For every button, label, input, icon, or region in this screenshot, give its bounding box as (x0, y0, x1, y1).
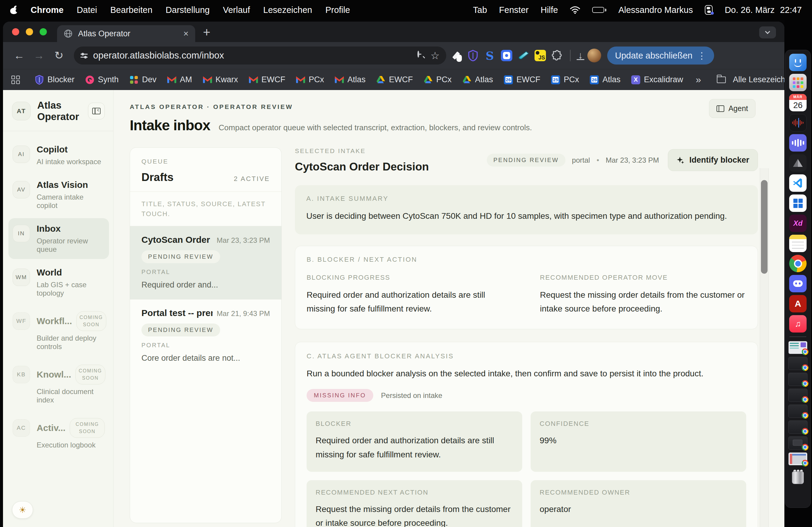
menu-darstellung[interactable]: Darstellung (166, 5, 210, 15)
close-window-button[interactable] (12, 28, 19, 35)
sidebar-item-activity[interactable]: AC Activ... COMING SOON Execution logboo… (9, 413, 109, 455)
scrollbar-thumb[interactable] (761, 180, 768, 274)
audio-waveform-app-icon[interactable] (789, 114, 807, 132)
chrome-app-icon[interactable] (789, 255, 807, 272)
bookmark-excalidraw[interactable]: X Excalidraw (631, 75, 683, 84)
address-bar[interactable]: operator.atlasbiolabs.com/inbox ☆ (74, 46, 446, 64)
bookmark-atlas-calendar[interactable]: 26 Atlas (590, 75, 620, 84)
bookmark-ewcf-drive[interactable]: EWCF (376, 75, 412, 84)
update-chrome-button[interactable]: Update abschließen⋮ (607, 46, 714, 64)
extension-pen-icon[interactable] (449, 49, 463, 62)
bookmark-star-icon[interactable]: ☆ (431, 49, 440, 61)
extension-s-icon[interactable]: S (483, 49, 497, 62)
adobe-xd-icon[interactable]: Xd (789, 214, 807, 232)
menu-profile[interactable]: Profile (325, 5, 350, 15)
launchpad-icon[interactable] (789, 74, 807, 91)
tab-close-icon[interactable]: × (183, 29, 189, 39)
menu-datei[interactable]: Datei (77, 5, 97, 15)
url-text[interactable]: operator.atlasbiolabs.com/inbox (93, 50, 412, 61)
bookmarks-overflow-chevrons[interactable]: » (696, 74, 701, 85)
equalizer-app-icon[interactable] (789, 134, 807, 152)
bookmark-am[interactable]: AM (167, 75, 192, 84)
minimized-window-code[interactable] (788, 420, 808, 434)
sidebar-collapse-button[interactable] (88, 103, 105, 119)
extension-box-icon[interactable] (500, 49, 513, 62)
tab-search-button[interactable] (759, 26, 776, 39)
menu-fenster[interactable]: Fenster (499, 5, 528, 15)
sidebar-item-knowledge[interactable]: KB Knowl... COMING SOON Clinical documen… (9, 359, 109, 410)
menubar-username[interactable]: Alessandro Markus (618, 5, 693, 15)
back-button[interactable]: ← (11, 49, 28, 62)
bookmark-dev[interactable]: Dev (129, 75, 157, 84)
minimized-window-code[interactable] (788, 389, 808, 402)
sidebar-item-atlas-vision[interactable]: AV Atlas Vision Camera intake copilot (9, 175, 109, 215)
apple-music-icon[interactable]: ♫ (789, 315, 807, 332)
sidebar-item-workflows[interactable]: WF Workfl... COMING SOON Builder and dep… (9, 306, 109, 356)
minimized-window-gallery[interactable] (788, 452, 808, 466)
bookmark-pcx-drive[interactable]: PCx (424, 75, 452, 84)
page-scrollbar[interactable] (760, 168, 769, 527)
bookmark-pcx-mail[interactable]: PCx (296, 75, 324, 84)
bookmark-kwarx[interactable]: Kwarx (203, 75, 238, 84)
minimized-window-analytics[interactable] (788, 341, 808, 354)
extension-knife-icon[interactable] (517, 49, 530, 62)
bookmark-ewcf-calendar[interactable]: 26 EWCF (504, 75, 540, 84)
minimize-window-button[interactable] (26, 28, 33, 35)
apple-menu-icon[interactable] (10, 6, 17, 14)
bookmark-pcx-calendar[interactable]: 25 PCx (551, 75, 579, 84)
minimized-window-code[interactable] (788, 373, 808, 386)
menu-lesezeichen[interactable]: Lesezeichen (263, 5, 312, 15)
identify-blocker-button[interactable]: Identify blocker (668, 149, 758, 171)
extension-shield-icon[interactable] (466, 49, 480, 62)
wifi-icon[interactable] (570, 6, 580, 14)
menu-verlauf[interactable]: Verlauf (223, 5, 250, 15)
extension-js-icon[interactable]: JS (533, 49, 547, 62)
profile-avatar[interactable] (588, 49, 601, 62)
bookmark-ewcf-mail[interactable]: EWCF (249, 75, 285, 84)
browser-tab[interactable]: Atlas Operator × (57, 25, 195, 42)
sidebar-item-inbox[interactable]: IN Inbox Operator review queue (9, 218, 109, 259)
kebab-menu-icon[interactable]: ⋮ (697, 50, 706, 61)
windows-apps-icon[interactable] (789, 195, 807, 212)
discord-icon[interactable] (789, 275, 807, 292)
downloads-button[interactable]: ↓ (577, 51, 584, 60)
theme-toggle-button[interactable]: ☀ (12, 501, 33, 518)
new-tab-button[interactable]: + (203, 25, 211, 42)
minimized-window-code[interactable] (788, 357, 808, 370)
finder-icon[interactable] (789, 54, 807, 71)
bookmark-synth[interactable]: Synth (85, 75, 119, 84)
trash-icon[interactable] (789, 468, 807, 486)
minimized-window-dialog[interactable] (788, 436, 808, 450)
menubar-app-name[interactable]: Chrome (31, 5, 64, 15)
zoom-window-button[interactable] (40, 28, 47, 35)
apps-grid-icon[interactable] (11, 76, 20, 84)
dock-strip: MÄR 26 Xd A ♫ (784, 20, 812, 527)
queue-item-cytoscan[interactable]: CytoScan Order Decision Mar 23, 3:23 PM … (130, 226, 281, 299)
acrobat-icon[interactable]: A (789, 295, 807, 313)
vscode-icon[interactable] (789, 175, 807, 192)
queue-item-portal-test[interactable]: Portal test -- prenatal Cy... Mar 21, 9:… (130, 300, 281, 373)
extensions-puzzle-icon[interactable] (550, 49, 564, 62)
control-center-icon[interactable] (705, 5, 713, 15)
sidebar-item-copilot[interactable]: AI Copilot AI intake workspace (9, 139, 109, 171)
bookmark-atlas-drive[interactable]: Atlas (462, 75, 493, 84)
bookmark-atlas-mail[interactable]: Atlas (335, 75, 365, 84)
menu-bearbeiten[interactable]: Bearbeiten (110, 5, 152, 15)
menubar-clock[interactable]: Do. 26. März22:47 (725, 5, 802, 15)
reload-button[interactable]: ↻ (50, 49, 67, 62)
sidebar-item-world[interactable]: WM World Lab GIS + case topology (9, 262, 109, 303)
zoom-page-icon[interactable] (417, 51, 425, 59)
prism-app-icon[interactable] (789, 154, 807, 172)
bookmark-blocker[interactable]: Blocker (35, 75, 74, 84)
drive-icon (462, 75, 472, 84)
agent-button[interactable]: Agent (709, 99, 756, 118)
calendar-app-icon[interactable]: MÄR 26 (789, 94, 807, 111)
notes-app-icon[interactable] (789, 235, 807, 252)
all-bookmarks-button[interactable]: Alle Lesezeichen (717, 75, 784, 84)
battery-icon[interactable] (592, 7, 606, 13)
site-settings-icon[interactable] (81, 54, 88, 58)
forward-button[interactable]: → (31, 49, 47, 62)
minimized-window-code[interactable] (788, 405, 808, 418)
menu-hilfe[interactable]: Hilfe (540, 5, 558, 15)
menu-tab[interactable]: Tab (473, 5, 487, 15)
